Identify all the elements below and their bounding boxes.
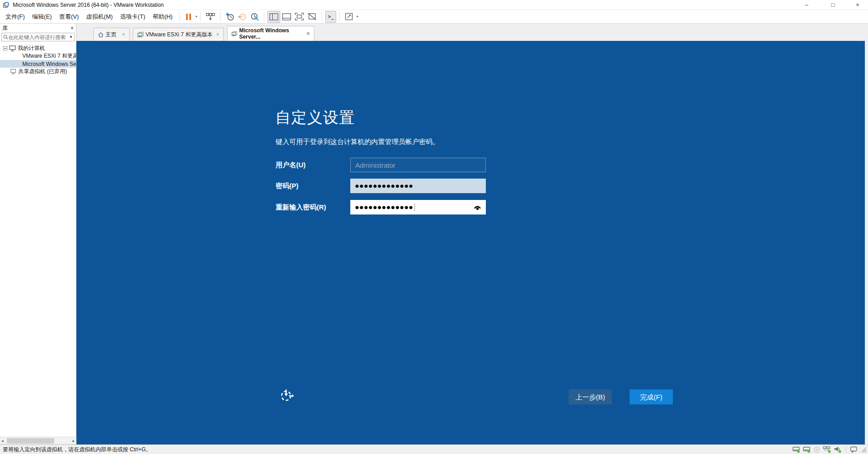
toolbar-separator — [200, 12, 201, 21]
fullscreen-button[interactable] — [293, 11, 306, 23]
vm-console-display[interactable]: 自定义设置 键入可用于登录到这台计算机的内置管理员帐户密码。 用户名(U) Ad… — [76, 41, 865, 444]
scrollbar-thumb[interactable] — [7, 438, 54, 444]
reveal-password-icon[interactable] — [474, 205, 481, 210]
show-library-toggle[interactable] — [267, 11, 280, 23]
computer-icon — [9, 45, 16, 51]
open-terminal-button[interactable]: >_ — [325, 11, 336, 23]
finish-button[interactable]: 完成(F) — [630, 389, 673, 404]
home-icon — [98, 32, 104, 38]
library-tree: 我的计算机 VMware ESXi 7 和更高版本 Microsoft Wind… — [0, 45, 76, 75]
toolbar-separator — [322, 12, 322, 21]
retype-password-field[interactable]: ●●●●●●●●●●●●● — [350, 200, 486, 215]
password-label: 密码(P) — [276, 179, 350, 193]
setup-page-subtitle: 键入可用于登录到这台计算机的内置管理员帐户密码。 — [276, 138, 439, 146]
menu-help[interactable]: 帮助(H) — [149, 10, 176, 23]
tab-label: 主页 — [106, 31, 116, 39]
back-button[interactable]: 上一步(B) — [569, 389, 612, 404]
revert-snapshot-icon — [238, 13, 247, 21]
password-field[interactable]: ●●●●●●●●●●●●● — [350, 179, 486, 193]
library-close-button[interactable]: × — [71, 25, 74, 31]
console-vertical-scrollbar[interactable] — [865, 41, 868, 444]
toolbar-separator — [179, 12, 180, 21]
setup-page-title: 自定义设置 — [275, 107, 355, 128]
show-thumbnail-bar-toggle[interactable] — [280, 11, 293, 23]
close-button[interactable]: × — [853, 1, 862, 9]
cd-dvd-icon[interactable] — [813, 446, 820, 453]
search-icon — [3, 35, 8, 40]
stretch-guest-icon — [345, 13, 353, 20]
menu-file[interactable]: 文件(F) — [2, 10, 29, 23]
minimize-button[interactable]: – — [802, 1, 811, 9]
statusbar-separator — [846, 446, 846, 453]
library-panel-icon — [269, 13, 278, 20]
tab-label: VMware ESXi 7 和更高版本 — [146, 31, 212, 39]
library-horizontal-scrollbar[interactable]: ◂ ▸ — [0, 437, 76, 444]
tree-item-label: VMware ESXi 7 和更高版本 — [22, 52, 76, 60]
shared-vms-icon — [10, 69, 16, 75]
status-message: 要将输入定向到该虚拟机，请在虚拟机内部单击或按 Ctrl+G。 — [3, 446, 151, 454]
send-ctrl-alt-del-button[interactable] — [204, 11, 217, 23]
window-titlebar: Microsoft Windows Server 2016 (64-bit) -… — [0, 0, 868, 10]
toolbar-separator — [339, 12, 340, 21]
pause-vm-button[interactable] — [183, 11, 194, 23]
busy-cursor-icon — [280, 388, 294, 403]
snapshot-manager-icon — [250, 13, 259, 21]
tree-item-windows-server-vm[interactable]: Microsoft Windows Server... — [0, 60, 76, 68]
retype-password-masked-value: ●●●●●●●●●●●●● — [350, 205, 414, 210]
hard-disk-2-icon[interactable] — [803, 446, 811, 453]
vm-running-icon — [232, 31, 237, 37]
sound-icon[interactable] — [834, 446, 842, 453]
pause-icon — [186, 14, 191, 20]
power-options-caret[interactable]: ▾ — [195, 15, 197, 19]
vm-running-icon — [137, 32, 144, 38]
stretch-guest-button[interactable] — [343, 11, 355, 23]
search-filter-caret[interactable]: ▼ — [68, 35, 73, 39]
tree-item-shared-vms[interactable]: 共享虚拟机 (已弃用) — [0, 68, 76, 75]
window-title: Microsoft Windows Server 2016 (64-bit) -… — [13, 2, 164, 8]
scroll-left-arrow[interactable]: ◂ — [1, 439, 4, 443]
terminal-icon: >_ — [328, 14, 334, 20]
username-field[interactable]: Administrator — [350, 158, 486, 172]
unity-mode-button[interactable] — [306, 11, 318, 23]
tab-windows-server[interactable]: Microsoft Windows Server... × — [227, 26, 314, 41]
tab-bar: 主页 × VMware ESXi 7 和更高版本 × Microsoft Win… — [76, 24, 868, 41]
username-label: 用户名(U) — [276, 158, 350, 172]
tree-item-esxi-vm[interactable]: VMware ESXi 7 和更高版本 — [0, 52, 76, 60]
network-adapter-icon[interactable] — [823, 446, 831, 453]
tab-close-icon[interactable]: × — [216, 31, 219, 38]
revert-snapshot-button[interactable] — [236, 11, 248, 23]
take-snapshot-button[interactable] — [224, 11, 236, 23]
library-panel: 库 × ▼ 我的计算机 VMware ESXi 7 和更高版本 — [0, 24, 76, 437]
workspace: 主页 × VMware ESXi 7 和更高版本 × Microsoft Win… — [76, 24, 868, 444]
menu-edit[interactable]: 编辑(E) — [29, 10, 56, 23]
tab-esxi[interactable]: VMware ESXi 7 和更高版本 × — [133, 28, 224, 41]
collapse-expander-icon[interactable] — [3, 46, 7, 50]
tree-item-my-computer[interactable]: 我的计算机 — [0, 45, 76, 52]
library-search-box[interactable]: ▼ — [1, 33, 75, 41]
menu-toolbar: 文件(F) 编辑(E) 查看(V) 虚拟机(M) 选项卡(T) 帮助(H) ▾ — [0, 10, 868, 24]
tab-home[interactable]: 主页 × — [93, 28, 130, 41]
scroll-right-arrow[interactable]: ▸ — [72, 439, 75, 443]
stretch-options-caret[interactable]: ▾ — [356, 15, 358, 19]
take-snapshot-icon — [226, 13, 234, 21]
library-search-input[interactable] — [8, 35, 68, 40]
tree-item-label: 我的计算机 — [18, 45, 45, 52]
status-bar: 要将输入定向到该虚拟机，请在虚拟机内部单击或按 Ctrl+G。 — [0, 444, 868, 454]
hard-disk-1-icon[interactable] — [792, 446, 800, 453]
toolbar-separator — [264, 12, 264, 21]
tab-close-icon[interactable]: × — [122, 31, 125, 38]
menu-view[interactable]: 查看(V) — [56, 10, 82, 23]
snapshot-manager-button[interactable] — [248, 11, 261, 23]
resize-grip-icon[interactable] — [860, 446, 867, 453]
vmware-logo-icon — [3, 2, 9, 8]
tree-item-label: Microsoft Windows Server... — [22, 61, 76, 67]
menu-vm[interactable]: 虚拟机(M) — [82, 10, 116, 23]
thumbnail-bar-icon — [282, 13, 291, 20]
menu-tabs[interactable]: 选项卡(T) — [116, 10, 149, 23]
maximize-button[interactable]: □ — [829, 1, 837, 9]
message-log-icon[interactable] — [850, 446, 858, 453]
tab-close-icon[interactable]: × — [307, 30, 310, 37]
password-masked-value: ●●●●●●●●●●●●● — [350, 184, 414, 188]
ctrl-alt-del-icon — [206, 13, 215, 20]
toolbar-separator — [220, 12, 221, 21]
